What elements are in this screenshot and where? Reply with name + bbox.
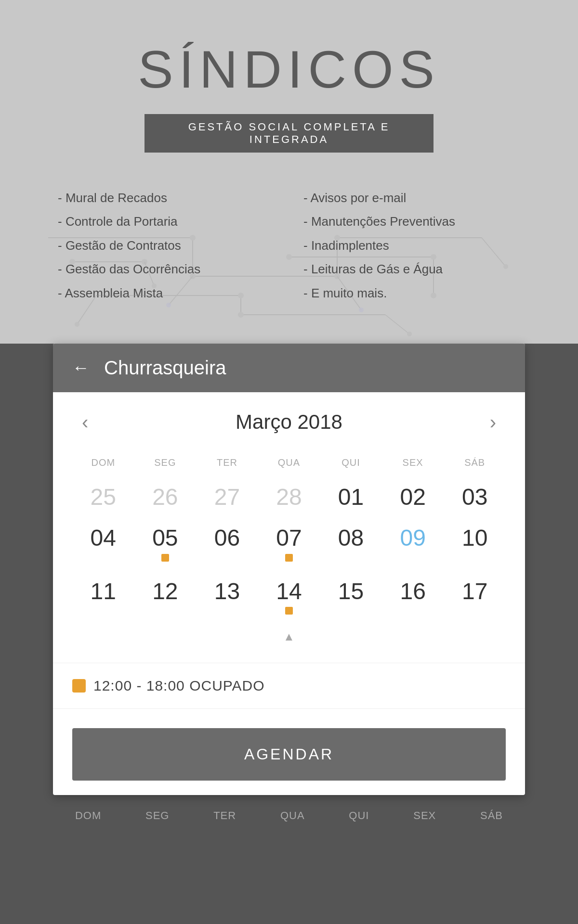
table-row[interactable]: 05 xyxy=(134,519,197,572)
table-row[interactable]: 14 xyxy=(258,572,320,626)
top-section: SÍNDICOS GESTÃO SOCIAL COMPLETA E INTEGR… xyxy=(0,0,578,344)
svg-line-32 xyxy=(385,315,409,334)
card-title: Churrasqueira xyxy=(104,357,226,379)
agendar-button[interactable]: AGENDAR xyxy=(72,728,506,781)
svg-line-23 xyxy=(337,276,361,310)
bottom-weekday-ter: TER xyxy=(213,809,236,822)
bottom-weekday-sex: SEX xyxy=(413,809,436,822)
table-row[interactable]: 03 xyxy=(444,478,506,519)
svg-point-24 xyxy=(166,303,171,308)
circuit-decoration xyxy=(0,199,578,344)
card-header: ← Churrasqueira xyxy=(53,344,525,392)
table-row[interactable]: 26 xyxy=(134,478,197,519)
calendar-navigation: ‹ Março 2018 › xyxy=(72,407,506,438)
bottom-weekday-sab: SÁB xyxy=(480,809,503,822)
prev-month-button[interactable]: ‹ xyxy=(72,407,98,438)
bottom-weekday-dom: DOM xyxy=(75,809,101,822)
table-row[interactable]: 28 xyxy=(258,478,320,519)
bottom-weekday-qua: QUA xyxy=(280,809,305,822)
svg-point-25 xyxy=(359,308,364,312)
table-row[interactable]: 09 xyxy=(382,519,444,572)
table-row[interactable]: 08 xyxy=(320,519,382,572)
table-row[interactable]: 01 xyxy=(320,478,382,519)
slot-text: 12:00 - 18:00 OCUPADO xyxy=(93,678,265,694)
weekday-ter: TER xyxy=(196,452,258,478)
event-dot xyxy=(285,607,293,615)
event-dot xyxy=(285,554,293,562)
table-row[interactable]: 15 xyxy=(320,572,382,626)
svg-point-33 xyxy=(407,332,412,336)
back-button[interactable]: ← xyxy=(72,358,90,378)
table-row[interactable]: 07 xyxy=(258,519,320,572)
bottom-weekdays-row: DOM SEG TER QUA QUI SEX SÁB xyxy=(0,795,578,832)
table-row[interactable]: 11 xyxy=(72,572,134,626)
svg-point-21 xyxy=(286,254,292,260)
event-dot xyxy=(161,554,169,562)
table-row[interactable]: 10 xyxy=(444,519,506,572)
svg-line-28 xyxy=(482,238,506,267)
subtitle-bar: GESTÃO SOCIAL COMPLETA E INTEGRADA xyxy=(144,114,434,153)
svg-point-16 xyxy=(238,312,244,318)
reservation-card: ← Churrasqueira ‹ Março 2018 › DOM SEG T… xyxy=(53,344,525,795)
bottom-section: ← Churrasqueira ‹ Março 2018 › DOM SEG T… xyxy=(0,344,578,924)
svg-point-31 xyxy=(75,322,79,327)
svg-point-15 xyxy=(238,293,244,298)
table-row[interactable]: 06 xyxy=(196,519,258,572)
table-row[interactable]: 16 xyxy=(382,572,444,626)
weekday-seg: SEG xyxy=(134,452,197,478)
table-row[interactable]: 17 xyxy=(444,572,506,626)
weekday-qui: QUI xyxy=(320,452,382,478)
table-row[interactable]: 13 xyxy=(196,572,258,626)
table-row[interactable]: 02 xyxy=(382,478,444,519)
table-row[interactable]: 25 xyxy=(72,478,134,519)
svg-line-26 xyxy=(144,262,154,286)
table-row[interactable]: 04 xyxy=(72,519,134,572)
expand-arrow-icon[interactable]: ▲ xyxy=(72,625,506,648)
weekday-qua: QUA xyxy=(258,452,320,478)
time-slot: 12:00 - 18:00 OCUPADO xyxy=(53,663,525,709)
calendar: ‹ Março 2018 › DOM SEG TER QUA QUI SEX S… xyxy=(53,392,525,663)
svg-line-30 xyxy=(77,295,96,324)
bottom-weekday-seg: SEG xyxy=(145,809,169,822)
svg-line-22 xyxy=(169,276,193,305)
bottom-weekday-qui: QUI xyxy=(349,809,369,822)
svg-point-20 xyxy=(69,259,75,265)
slot-indicator-icon xyxy=(72,679,86,693)
svg-point-11 xyxy=(190,235,196,241)
svg-point-17 xyxy=(431,254,436,260)
svg-point-27 xyxy=(152,283,157,288)
table-row[interactable]: 12 xyxy=(134,572,197,626)
calendar-grid: DOM SEG TER QUA QUI SEX SÁB 25 26 27 28 … xyxy=(72,452,506,625)
table-row[interactable]: 27 xyxy=(196,478,258,519)
weekday-sab: SÁB xyxy=(444,452,506,478)
svg-point-29 xyxy=(503,264,508,269)
app-title: SÍNDICOS xyxy=(29,38,549,100)
svg-point-12 xyxy=(334,235,340,241)
svg-point-18 xyxy=(431,293,436,298)
month-year-label: Março 2018 xyxy=(236,411,342,434)
weekday-sex: SEX xyxy=(382,452,444,478)
next-month-button[interactable]: › xyxy=(480,407,506,438)
weekday-dom: DOM xyxy=(72,452,134,478)
